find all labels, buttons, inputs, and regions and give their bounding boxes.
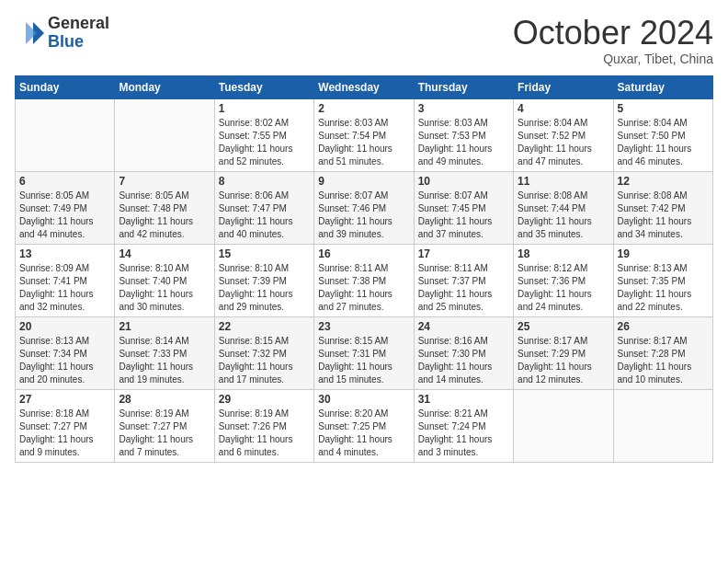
calendar-cell: 13Sunrise: 8:09 AMSunset: 7:41 PMDayligh… [16,244,115,316]
calendar-cell: 4Sunrise: 8:04 AMSunset: 7:52 PMDaylight… [514,98,613,171]
logo-general: General [48,15,109,33]
day-number: 19 [618,247,709,260]
day-info: Sunrise: 8:15 AMSunset: 7:32 PMDaylight:… [219,335,310,386]
calendar-cell: 18Sunrise: 8:12 AMSunset: 7:36 PMDayligh… [514,244,613,316]
day-info: Sunrise: 8:06 AMSunset: 7:47 PMDaylight:… [219,190,310,241]
day-number: 21 [119,320,210,333]
day-number: 5 [618,102,709,115]
day-info: Sunrise: 8:10 AMSunset: 7:40 PMDaylight:… [119,262,210,314]
day-number: 8 [219,175,310,188]
calendar-cell: 1Sunrise: 8:02 AMSunset: 7:55 PMDaylight… [214,98,313,171]
calendar-cell: 7Sunrise: 8:05 AMSunset: 7:48 PMDaylight… [115,171,214,244]
calendar-cell [613,389,712,462]
calendar-cell: 11Sunrise: 8:08 AMSunset: 7:44 PMDayligh… [514,171,613,244]
day-info: Sunrise: 8:08 AMSunset: 7:44 PMDaylight:… [518,190,609,241]
day-header-monday: Monday [115,75,214,98]
calendar-cell: 21Sunrise: 8:14 AMSunset: 7:33 PMDayligh… [115,316,214,389]
day-number: 3 [418,102,509,115]
day-number: 9 [318,175,409,188]
calendar-week-row: 6Sunrise: 8:05 AMSunset: 7:49 PMDaylight… [16,171,713,244]
day-info: Sunrise: 8:21 AMSunset: 7:24 PMDaylight:… [418,408,509,459]
day-info: Sunrise: 8:12 AMSunset: 7:36 PMDaylight:… [518,262,609,314]
page-header: General Blue October 2024 Quxar, Tibet, … [15,15,713,66]
day-number: 7 [119,175,210,188]
day-number: 14 [119,247,210,260]
day-number: 13 [19,247,110,260]
calendar-cell: 16Sunrise: 8:11 AMSunset: 7:38 PMDayligh… [314,244,414,316]
day-number: 28 [119,393,210,406]
day-header-wednesday: Wednesday [314,75,414,98]
calendar-cell: 24Sunrise: 8:16 AMSunset: 7:30 PMDayligh… [414,316,513,389]
calendar-cell: 29Sunrise: 8:19 AMSunset: 7:26 PMDayligh… [214,389,313,462]
day-info: Sunrise: 8:02 AMSunset: 7:55 PMDaylight:… [219,117,310,168]
day-number: 20 [19,320,110,333]
day-info: Sunrise: 8:05 AMSunset: 7:49 PMDaylight:… [19,190,110,241]
calendar-cell: 8Sunrise: 8:06 AMSunset: 7:47 PMDaylight… [214,171,313,244]
calendar-cell: 15Sunrise: 8:10 AMSunset: 7:39 PMDayligh… [214,244,313,316]
day-number: 30 [318,393,409,406]
logo-text: General Blue [48,15,109,52]
day-info: Sunrise: 8:10 AMSunset: 7:39 PMDaylight:… [219,262,310,314]
day-info: Sunrise: 8:17 AMSunset: 7:29 PMDaylight:… [518,335,609,386]
day-number: 27 [19,393,110,406]
calendar-cell [16,98,115,171]
day-info: Sunrise: 8:13 AMSunset: 7:35 PMDaylight:… [618,262,709,314]
day-number: 16 [318,247,409,260]
calendar-cell: 2Sunrise: 8:03 AMSunset: 7:54 PMDaylight… [314,98,414,171]
calendar-week-row: 27Sunrise: 8:18 AMSunset: 7:27 PMDayligh… [16,389,713,462]
calendar-cell: 23Sunrise: 8:15 AMSunset: 7:31 PMDayligh… [314,316,414,389]
calendar-cell: 14Sunrise: 8:10 AMSunset: 7:40 PMDayligh… [115,244,214,316]
calendar-cell: 5Sunrise: 8:04 AMSunset: 7:50 PMDaylight… [613,98,712,171]
day-info: Sunrise: 8:15 AMSunset: 7:31 PMDaylight:… [318,335,409,386]
calendar-cell: 20Sunrise: 8:13 AMSunset: 7:34 PMDayligh… [16,316,115,389]
day-info: Sunrise: 8:07 AMSunset: 7:45 PMDaylight:… [418,190,509,241]
calendar-week-row: 20Sunrise: 8:13 AMSunset: 7:34 PMDayligh… [16,316,713,389]
day-number: 2 [318,102,409,115]
calendar-cell: 26Sunrise: 8:17 AMSunset: 7:28 PMDayligh… [613,316,712,389]
day-number: 10 [418,175,509,188]
calendar-cell: 28Sunrise: 8:19 AMSunset: 7:27 PMDayligh… [115,389,214,462]
day-number: 31 [418,393,509,406]
day-header-tuesday: Tuesday [214,75,313,98]
calendar-cell: 12Sunrise: 8:08 AMSunset: 7:42 PMDayligh… [613,171,712,244]
calendar-cell: 31Sunrise: 8:21 AMSunset: 7:24 PMDayligh… [414,389,513,462]
calendar-table: SundayMondayTuesdayWednesdayThursdayFrid… [15,75,713,463]
day-header-thursday: Thursday [414,75,513,98]
day-number: 11 [518,175,609,188]
day-number: 29 [219,393,310,406]
day-info: Sunrise: 8:19 AMSunset: 7:27 PMDaylight:… [119,408,210,459]
calendar-cell: 17Sunrise: 8:11 AMSunset: 7:37 PMDayligh… [414,244,513,316]
calendar-cell: 10Sunrise: 8:07 AMSunset: 7:45 PMDayligh… [414,171,513,244]
day-number: 23 [318,320,409,333]
calendar-cell: 25Sunrise: 8:17 AMSunset: 7:29 PMDayligh… [514,316,613,389]
logo-icon [15,18,44,48]
day-number: 1 [219,102,310,115]
calendar-header-row: SundayMondayTuesdayWednesdayThursdayFrid… [16,75,713,98]
calendar-cell: 6Sunrise: 8:05 AMSunset: 7:49 PMDaylight… [16,171,115,244]
day-info: Sunrise: 8:04 AMSunset: 7:50 PMDaylight:… [618,117,709,168]
day-info: Sunrise: 8:19 AMSunset: 7:26 PMDaylight:… [219,408,310,459]
day-info: Sunrise: 8:03 AMSunset: 7:54 PMDaylight:… [318,117,409,168]
day-number: 4 [518,102,609,115]
day-number: 12 [618,175,709,188]
calendar-cell: 9Sunrise: 8:07 AMSunset: 7:46 PMDaylight… [314,171,414,244]
day-header-saturday: Saturday [613,75,712,98]
calendar-cell [115,98,214,171]
day-number: 15 [219,247,310,260]
day-info: Sunrise: 8:16 AMSunset: 7:30 PMDaylight:… [418,335,509,386]
logo: General Blue [15,15,109,52]
day-number: 17 [418,247,509,260]
day-info: Sunrise: 8:18 AMSunset: 7:27 PMDaylight:… [19,408,110,459]
day-info: Sunrise: 8:20 AMSunset: 7:25 PMDaylight:… [318,408,409,459]
day-number: 24 [418,320,509,333]
day-info: Sunrise: 8:04 AMSunset: 7:52 PMDaylight:… [518,117,609,168]
day-number: 18 [518,247,609,260]
calendar-cell: 19Sunrise: 8:13 AMSunset: 7:35 PMDayligh… [613,244,712,316]
day-info: Sunrise: 8:09 AMSunset: 7:41 PMDaylight:… [19,262,110,314]
day-info: Sunrise: 8:05 AMSunset: 7:48 PMDaylight:… [119,190,210,241]
day-info: Sunrise: 8:11 AMSunset: 7:38 PMDaylight:… [318,262,409,314]
day-info: Sunrise: 8:14 AMSunset: 7:33 PMDaylight:… [119,335,210,386]
month-title: October 2024 [513,15,713,52]
day-info: Sunrise: 8:03 AMSunset: 7:53 PMDaylight:… [418,117,509,168]
day-header-sunday: Sunday [16,75,115,98]
